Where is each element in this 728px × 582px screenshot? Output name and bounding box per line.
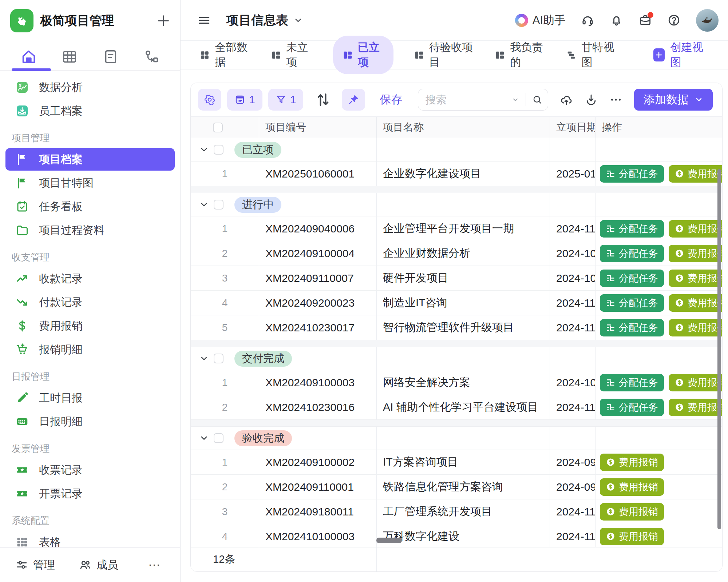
assign-task-button[interactable]: 分配任务 bbox=[600, 245, 664, 262]
tab-initiated[interactable]: 已立项 bbox=[333, 36, 393, 74]
sidebar-item-expense-reimburse[interactable]: 费用报销 bbox=[5, 315, 175, 337]
sort-icon[interactable] bbox=[313, 90, 332, 109]
sidebar-item-invoice-issued[interactable]: 开票记录 bbox=[5, 482, 175, 505]
table-row[interactable]: 3XM202409110007硬件开发项目2024-10分配任务费用报销 bbox=[191, 266, 722, 291]
sidebar-item-receipt-records[interactable]: 收款记录 bbox=[5, 267, 175, 290]
group-checkbox[interactable] bbox=[214, 200, 223, 210]
assign-task-button[interactable]: 分配任务 bbox=[600, 270, 664, 287]
assign-task-button[interactable]: 分配任务 bbox=[600, 294, 664, 312]
add-workspace-icon[interactable] bbox=[156, 13, 171, 28]
sidebar-item-payment-records[interactable]: 付款记录 bbox=[5, 291, 175, 314]
table-row[interactable]: 1XM202409100003网络安全解决方案2024-10分配任务费用报销 bbox=[191, 370, 722, 395]
select-all-checkbox[interactable] bbox=[213, 123, 223, 132]
table-row[interactable]: 5XM202410230017智行物流管理软件升级项目2024-11分配任务费用… bbox=[191, 315, 722, 340]
expense-reimburse-button[interactable]: 费用报销 bbox=[669, 294, 722, 312]
home-tab-icon[interactable] bbox=[20, 48, 37, 65]
sidebar-item-reimburse-details[interactable]: 报销明细 bbox=[5, 338, 175, 361]
column-header-code[interactable]: 项目编号 bbox=[259, 117, 376, 138]
manage-button[interactable]: 管理 bbox=[16, 558, 55, 573]
sidebar-item-project-process-docs[interactable]: 项目过程资料 bbox=[5, 219, 175, 242]
tab-pending-acceptance[interactable]: 待验收项目 bbox=[414, 36, 474, 74]
add-data-button[interactable]: 添加数据 bbox=[634, 89, 713, 111]
column-header-actions[interactable]: 操作 bbox=[595, 117, 723, 138]
sidebar-item-project-archive[interactable]: 项目档案 bbox=[5, 148, 175, 171]
search-input[interactable] bbox=[426, 94, 487, 106]
assign-task-button[interactable]: 分配任务 bbox=[600, 220, 664, 238]
expense-reimburse-button[interactable]: 费用报销 bbox=[669, 270, 722, 287]
table-row[interactable]: 1XM202409040006企业管理平台开发项目一期2024-11分配任务费用… bbox=[191, 216, 722, 241]
sidebar-more-button[interactable]: ⋯ bbox=[148, 558, 161, 572]
tab-my-projects[interactable]: 我负责的 bbox=[495, 36, 546, 74]
horizontal-scrollbar[interactable] bbox=[376, 538, 402, 543]
settings-button[interactable] bbox=[198, 89, 221, 111]
bell-icon[interactable] bbox=[610, 13, 623, 27]
table-row[interactable]: 2XM202410230016AI 辅助个性化学习平台建设项目2024-11分配… bbox=[191, 395, 722, 420]
assign-icon bbox=[606, 402, 616, 412]
table-row[interactable]: 4XM202409200023制造业IT咨询2024-11分配任务费用报销 bbox=[191, 291, 722, 315]
table-tab-icon[interactable] bbox=[61, 48, 78, 65]
assign-task-button[interactable]: 分配任务 bbox=[600, 319, 664, 336]
sidebar-item-tables[interactable]: 表格 bbox=[5, 531, 175, 547]
more-icon[interactable] bbox=[609, 93, 622, 106]
tab-gantt-view[interactable]: 甘特视图 bbox=[566, 36, 617, 74]
group-checkbox[interactable] bbox=[214, 433, 223, 443]
column-header-date[interactable]: 立项日期 bbox=[550, 117, 595, 138]
help-icon[interactable] bbox=[667, 13, 681, 27]
group-checkbox[interactable] bbox=[214, 354, 223, 363]
group-checkbox[interactable] bbox=[214, 145, 223, 155]
column-header-name[interactable]: 项目名称 bbox=[376, 117, 550, 138]
create-view-button[interactable]: 创建视图 bbox=[653, 40, 708, 70]
tab-all-data[interactable]: 全部数据 bbox=[199, 36, 250, 74]
sidebar-item-invoice-received[interactable]: 收票记录 bbox=[5, 459, 175, 481]
assign-task-button[interactable]: 分配任务 bbox=[600, 399, 664, 416]
workflow-tab-icon[interactable] bbox=[143, 48, 160, 65]
search-scope-chevron-icon[interactable] bbox=[511, 95, 520, 104]
table-row[interactable]: 1XM202409100002IT方案咨询项目2024-09费用报销 bbox=[191, 450, 722, 475]
save-button[interactable]: 保存 bbox=[380, 92, 402, 107]
briefcase-icon[interactable] bbox=[638, 13, 652, 27]
search-icon[interactable] bbox=[532, 94, 543, 105]
title-chevron-down-icon[interactable] bbox=[293, 16, 303, 25]
pin-button[interactable] bbox=[342, 89, 365, 111]
headset-icon[interactable] bbox=[581, 13, 594, 27]
expense-reimburse-button[interactable]: 费用报销 bbox=[600, 478, 664, 496]
sidebar-item-project-gantt[interactable]: 项目甘特图 bbox=[5, 172, 175, 194]
sidebar-item-daily-details[interactable]: 日报明细 bbox=[5, 410, 175, 433]
table-row[interactable]: 2XM202409110001铁路信息化管理方案咨询2024-09费用报销 bbox=[191, 475, 722, 499]
expense-reimburse-button[interactable]: 费用报销 bbox=[600, 528, 664, 545]
sidebar-item-work-hours-daily[interactable]: 工时日报 bbox=[5, 387, 175, 409]
ai-assistant-button[interactable]: AI助手 bbox=[515, 13, 566, 28]
members-button[interactable]: 成员 bbox=[79, 558, 118, 573]
chevron-down-icon[interactable] bbox=[199, 433, 209, 443]
tab-not-initiated[interactable]: 未立项 bbox=[271, 36, 312, 74]
table-row[interactable]: 2XM202409100004企业业财数据分析2024-10分配任务费用报销 bbox=[191, 241, 722, 266]
download-icon[interactable] bbox=[585, 93, 598, 106]
table-row[interactable]: 1XM202501060001企业数字化建设项目2025-01分配任务费用报销 bbox=[191, 162, 722, 186]
table-row[interactable]: 4XM202410100003万科数字化建设2024-11费用报销 bbox=[191, 524, 722, 548]
expense-reimburse-button[interactable]: 费用报销 bbox=[600, 454, 664, 471]
user-avatar[interactable] bbox=[696, 9, 719, 32]
chevron-down-icon[interactable] bbox=[199, 145, 209, 155]
filter-count: 1 bbox=[290, 93, 296, 106]
chevron-down-icon[interactable] bbox=[199, 354, 209, 363]
sidebar-item-task-board[interactable]: 任务看板 bbox=[5, 195, 175, 218]
expense-reimburse-button[interactable]: 费用报销 bbox=[669, 245, 722, 262]
field-config-button[interactable]: 1 bbox=[227, 89, 262, 111]
import-icon[interactable] bbox=[560, 93, 573, 106]
vertical-scrollbar[interactable] bbox=[717, 169, 721, 529]
assign-task-button[interactable]: 分配任务 bbox=[600, 374, 664, 391]
expense-reimburse-button[interactable]: 费用报销 bbox=[669, 374, 722, 391]
chevron-down-icon[interactable] bbox=[199, 200, 209, 210]
assign-task-button[interactable]: 分配任务 bbox=[600, 165, 664, 183]
sidebar-item-data-analysis[interactable]: 数据分析 bbox=[5, 76, 175, 99]
expense-reimburse-button[interactable]: 费用报销 bbox=[669, 165, 722, 183]
expense-reimburse-button[interactable]: 费用报销 bbox=[669, 399, 722, 416]
sidebar-item-employee-archive[interactable]: 员工档案 bbox=[5, 100, 175, 122]
expense-reimburse-button[interactable]: 费用报销 bbox=[669, 319, 722, 336]
expense-reimburse-button[interactable]: 费用报销 bbox=[600, 503, 664, 521]
hamburger-icon[interactable] bbox=[197, 13, 211, 27]
document-tab-icon[interactable] bbox=[102, 48, 119, 65]
expense-reimburse-button[interactable]: 费用报销 bbox=[669, 220, 722, 238]
filter-button[interactable]: 1 bbox=[268, 89, 304, 111]
table-row[interactable]: 3XM202409180011工厂管理系统开发项目2024-11费用报销 bbox=[191, 499, 722, 524]
